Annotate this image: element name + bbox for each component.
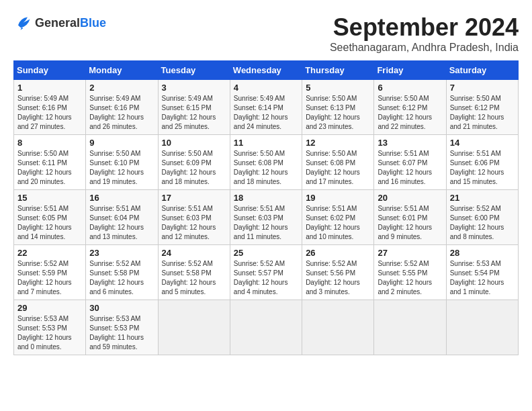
day-number: 3 [162,83,226,93]
col-header-monday: Monday [86,61,158,80]
calendar-cell: 17 Sunrise: 5:51 AMSunset: 6:03 PMDaylig… [158,190,230,245]
calendar-cell: 24 Sunrise: 5:52 AMSunset: 5:58 PMDaylig… [158,245,230,300]
calendar-cell: 20 Sunrise: 5:51 AMSunset: 6:01 PMDaylig… [374,190,446,245]
day-number: 5 [306,83,370,93]
calendar-cell: 27 Sunrise: 5:52 AMSunset: 5:55 PMDaylig… [374,245,446,300]
calendar-cell: 7 Sunrise: 5:50 AMSunset: 6:12 PMDayligh… [446,80,518,135]
day-number: 26 [306,248,370,258]
calendar-cell: 23 Sunrise: 5:52 AMSunset: 5:58 PMDaylig… [86,245,158,300]
calendar-cell: 21 Sunrise: 5:52 AMSunset: 6:00 PMDaylig… [446,190,518,245]
calendar-cell: 13 Sunrise: 5:51 AMSunset: 6:07 PMDaylig… [374,135,446,190]
day-number: 9 [89,138,154,148]
calendar-header-row: SundayMondayTuesdayWednesdayThursdayFrid… [14,61,519,80]
day-info: Sunrise: 5:53 AMSunset: 5:54 PMDaylight:… [450,259,515,297]
logo-bird-icon [13,13,32,32]
day-info: Sunrise: 5:50 AMSunset: 6:09 PMDaylight:… [162,149,226,187]
col-header-tuesday: Tuesday [158,61,230,80]
day-number: 27 [378,248,442,258]
calendar-cell [374,300,446,355]
calendar-cell: 26 Sunrise: 5:52 AMSunset: 5:56 PMDaylig… [302,245,374,300]
calendar-cell: 12 Sunrise: 5:50 AMSunset: 6:08 PMDaylig… [302,135,374,190]
calendar-cell: 3 Sunrise: 5:49 AMSunset: 6:15 PMDayligh… [158,80,230,135]
col-header-thursday: Thursday [302,61,374,80]
day-number: 4 [234,83,298,93]
day-info: Sunrise: 5:51 AMSunset: 6:02 PMDaylight:… [306,204,370,242]
day-number: 1 [17,83,82,93]
calendar-cell: 29 Sunrise: 5:53 AMSunset: 5:53 PMDaylig… [14,300,86,355]
calendar-cell: 18 Sunrise: 5:51 AMSunset: 6:03 PMDaylig… [230,190,302,245]
calendar-week-row: 1 Sunrise: 5:49 AMSunset: 6:16 PMDayligh… [14,80,519,135]
calendar-cell: 28 Sunrise: 5:53 AMSunset: 5:54 PMDaylig… [446,245,518,300]
calendar-cell: 8 Sunrise: 5:50 AMSunset: 6:11 PMDayligh… [14,135,86,190]
calendar-cell: 9 Sunrise: 5:50 AMSunset: 6:10 PMDayligh… [86,135,158,190]
day-info: Sunrise: 5:52 AMSunset: 5:59 PMDaylight:… [17,259,82,297]
day-info: Sunrise: 5:53 AMSunset: 5:53 PMDaylight:… [17,314,82,352]
day-number: 12 [306,138,370,148]
day-info: Sunrise: 5:51 AMSunset: 6:04 PMDaylight:… [89,204,154,242]
calendar-cell: 1 Sunrise: 5:49 AMSunset: 6:16 PMDayligh… [14,80,86,135]
calendar-cell: 6 Sunrise: 5:50 AMSunset: 6:12 PMDayligh… [374,80,446,135]
calendar-week-row: 22 Sunrise: 5:52 AMSunset: 5:59 PMDaylig… [14,245,519,300]
title-area: September 2024 Seethanagaram, Andhra Pra… [330,13,519,54]
logo-lockup: GeneralBlue [13,13,106,32]
calendar-week-row: 29 Sunrise: 5:53 AMSunset: 5:53 PMDaylig… [14,300,519,355]
day-info: Sunrise: 5:52 AMSunset: 5:55 PMDaylight:… [378,259,442,297]
day-info: Sunrise: 5:51 AMSunset: 6:05 PMDaylight:… [17,204,82,242]
calendar-week-row: 15 Sunrise: 5:51 AMSunset: 6:05 PMDaylig… [14,190,519,245]
day-number: 7 [450,83,515,93]
day-number: 10 [162,138,226,148]
col-header-wednesday: Wednesday [230,61,302,80]
calendar-cell: 15 Sunrise: 5:51 AMSunset: 6:05 PMDaylig… [14,190,86,245]
calendar-cell [446,300,518,355]
location-title: Seethanagaram, Andhra Pradesh, India [330,42,519,54]
col-header-saturday: Saturday [446,61,518,80]
month-title: September 2024 [330,13,519,42]
day-info: Sunrise: 5:53 AMSunset: 5:53 PMDaylight:… [89,314,154,352]
day-number: 18 [234,193,298,203]
day-number: 15 [17,193,82,203]
day-info: Sunrise: 5:49 AMSunset: 6:14 PMDaylight:… [234,94,298,132]
calendar-cell: 4 Sunrise: 5:49 AMSunset: 6:14 PMDayligh… [230,80,302,135]
day-number: 11 [234,138,298,148]
calendar-cell: 22 Sunrise: 5:52 AMSunset: 5:59 PMDaylig… [14,245,86,300]
day-number: 8 [17,138,82,148]
calendar-cell: 19 Sunrise: 5:51 AMSunset: 6:02 PMDaylig… [302,190,374,245]
logo-general: General [35,16,80,30]
day-info: Sunrise: 5:49 AMSunset: 6:15 PMDaylight:… [162,94,226,132]
day-info: Sunrise: 5:51 AMSunset: 6:06 PMDaylight:… [450,149,515,187]
day-info: Sunrise: 5:52 AMSunset: 6:00 PMDaylight:… [450,204,515,242]
calendar-cell [158,300,230,355]
day-info: Sunrise: 5:50 AMSunset: 6:08 PMDaylight:… [234,149,298,187]
day-number: 29 [17,303,82,313]
day-info: Sunrise: 5:52 AMSunset: 5:56 PMDaylight:… [306,259,370,297]
day-number: 19 [306,193,370,203]
calendar-cell [302,300,374,355]
day-info: Sunrise: 5:49 AMSunset: 6:16 PMDaylight:… [89,94,154,132]
calendar-cell: 16 Sunrise: 5:51 AMSunset: 6:04 PMDaylig… [86,190,158,245]
day-info: Sunrise: 5:51 AMSunset: 6:03 PMDaylight:… [162,204,226,242]
calendar-cell: 2 Sunrise: 5:49 AMSunset: 6:16 PMDayligh… [86,80,158,135]
calendar-cell: 25 Sunrise: 5:52 AMSunset: 5:57 PMDaylig… [230,245,302,300]
day-info: Sunrise: 5:50 AMSunset: 6:13 PMDaylight:… [306,94,370,132]
day-number: 20 [378,193,442,203]
calendar-cell: 10 Sunrise: 5:50 AMSunset: 6:09 PMDaylig… [158,135,230,190]
day-number: 14 [450,138,515,148]
col-header-sunday: Sunday [14,61,86,80]
day-number: 30 [89,303,154,313]
day-number: 2 [89,83,154,93]
calendar-cell: 11 Sunrise: 5:50 AMSunset: 6:08 PMDaylig… [230,135,302,190]
day-number: 13 [378,138,442,148]
day-number: 16 [89,193,154,203]
day-info: Sunrise: 5:50 AMSunset: 6:08 PMDaylight:… [306,149,370,187]
day-info: Sunrise: 5:51 AMSunset: 6:03 PMDaylight:… [234,204,298,242]
day-info: Sunrise: 5:50 AMSunset: 6:11 PMDaylight:… [17,149,82,187]
calendar-cell: 14 Sunrise: 5:51 AMSunset: 6:06 PMDaylig… [446,135,518,190]
logo-blue: Blue [80,16,106,30]
page-header: GeneralBlue September 2024 Seethanagaram… [13,13,519,54]
logo: GeneralBlue [13,13,106,32]
day-number: 24 [162,248,226,258]
calendar-cell [230,300,302,355]
day-number: 6 [378,83,442,93]
calendar-week-row: 8 Sunrise: 5:50 AMSunset: 6:11 PMDayligh… [14,135,519,190]
day-info: Sunrise: 5:52 AMSunset: 5:57 PMDaylight:… [234,259,298,297]
